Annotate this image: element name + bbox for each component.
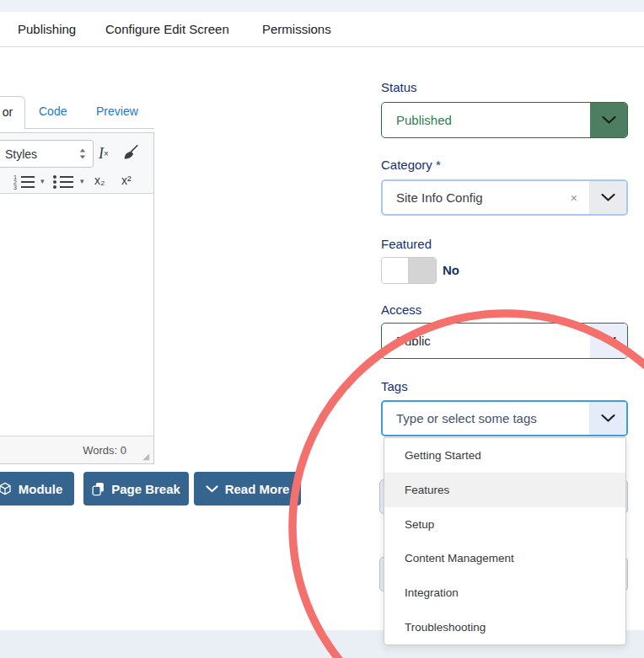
chevron-down-icon xyxy=(206,485,218,493)
access-select[interactable]: Public xyxy=(381,323,628,359)
status-value: Published xyxy=(382,113,590,127)
category-value: Site Info Config xyxy=(383,190,559,205)
unordered-list-icon[interactable] xyxy=(52,174,74,190)
up-down-caret-icon xyxy=(79,148,86,159)
page-break-button-label: Page Break xyxy=(111,482,180,496)
tag-option-content-management[interactable]: Content Management xyxy=(384,541,625,575)
settings-tab-bar: Publishing Configure Edit Screen Permiss… xyxy=(0,12,644,47)
svg-text:3: 3 xyxy=(13,185,17,190)
subscript-icon[interactable]: x₂ xyxy=(94,174,105,187)
tab-configure-edit-screen[interactable]: Configure Edit Screen xyxy=(105,12,229,47)
tab-publishing[interactable]: Publishing xyxy=(18,12,76,47)
tags-label: Tags xyxy=(381,379,408,393)
tags-placeholder: Type or select some tags xyxy=(383,411,589,425)
tab-permissions[interactable]: Permissions xyxy=(262,12,331,47)
featured-toggle-knob xyxy=(382,258,409,283)
unordered-list-caret-icon[interactable]: ▾ xyxy=(80,177,84,185)
tags-dropdown-list: Getting Started Features Setup Content M… xyxy=(384,437,626,645)
tag-option-features[interactable]: Features xyxy=(384,473,625,507)
access-value: Public xyxy=(382,334,590,348)
category-select-button[interactable] xyxy=(589,181,626,214)
page-break-button[interactable]: Page Break xyxy=(83,472,189,506)
access-select-button[interactable] xyxy=(590,324,627,358)
ordered-list-caret-icon[interactable]: ▾ xyxy=(40,177,45,185)
clear-formatting-icon[interactable]: I× xyxy=(99,145,109,163)
broom-icon[interactable] xyxy=(121,143,140,162)
chevron-down-icon xyxy=(601,194,615,201)
featured-toggle-track xyxy=(409,258,436,283)
window-top-strip xyxy=(0,0,644,12)
tab-code[interactable]: Code xyxy=(39,104,67,118)
category-select[interactable]: Site Info Config × xyxy=(381,179,628,216)
status-select[interactable]: Published xyxy=(381,102,628,138)
read-more-button-label: Read More xyxy=(225,482,290,496)
featured-label: Featured xyxy=(381,237,432,251)
category-clear-icon[interactable]: × xyxy=(559,191,589,205)
superscript-icon[interactable]: x² xyxy=(121,174,131,187)
tag-option-getting-started[interactable]: Getting Started xyxy=(384,438,625,473)
chevron-down-icon xyxy=(602,337,616,345)
read-more-button[interactable]: Read More xyxy=(194,472,301,506)
module-button[interactable]: Module xyxy=(0,472,74,506)
pages-icon xyxy=(92,482,105,496)
featured-value: No xyxy=(443,263,459,277)
resize-grip-icon[interactable]: ◢ xyxy=(142,452,149,461)
access-label: Access xyxy=(381,302,421,317)
module-button-label: Module xyxy=(19,482,63,496)
category-label: Category * xyxy=(381,158,441,172)
editor-toolbar: Styles I× 1 2 3 ▾ xyxy=(0,133,153,194)
cube-icon xyxy=(0,482,12,495)
chevron-down-icon xyxy=(602,116,616,124)
styles-dropdown-label: Styles xyxy=(5,147,37,161)
tags-combobox[interactable]: Type or select some tags xyxy=(381,400,628,436)
ordered-list-icon[interactable]: 1 2 3 xyxy=(13,174,35,190)
editor-content-area[interactable] xyxy=(0,195,153,437)
tag-option-setup[interactable]: Setup xyxy=(384,507,625,542)
clear-formatting-x: × xyxy=(104,149,109,158)
chevron-down-icon xyxy=(601,415,615,422)
tag-option-integration[interactable]: Integration xyxy=(384,575,625,610)
status-label: Status xyxy=(381,80,417,94)
word-count: Words: 0 xyxy=(83,444,126,457)
tag-option-troubleshooting[interactable]: Troubleshooting xyxy=(384,610,625,645)
editor-panel: Styles I× 1 2 3 ▾ xyxy=(0,132,154,464)
editor-statusbar: Words: 0 ◢ xyxy=(0,436,153,463)
status-select-button[interactable] xyxy=(590,103,627,137)
tab-editor[interactable]: or xyxy=(0,96,25,129)
tags-select-button[interactable] xyxy=(589,402,626,435)
styles-dropdown[interactable]: Styles xyxy=(0,140,94,168)
featured-toggle[interactable] xyxy=(381,257,437,284)
tab-preview[interactable]: Preview xyxy=(96,104,138,118)
